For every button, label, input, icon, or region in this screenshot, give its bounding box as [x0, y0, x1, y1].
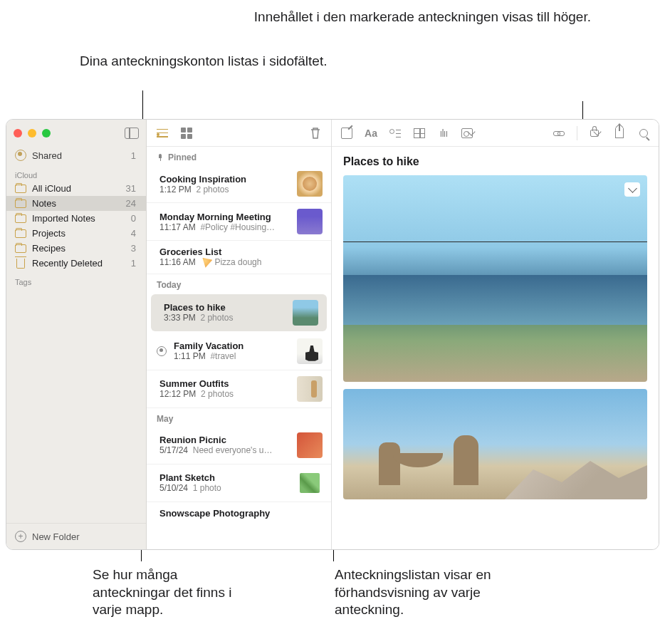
search-icon	[639, 129, 648, 137]
folder-count: 24	[126, 198, 136, 209]
note-row[interactable]: Reunion Picnic 5/17/24 Need everyone's u…	[147, 427, 331, 464]
note-thumbnail	[297, 432, 323, 458]
minimize-button[interactable]	[28, 129, 36, 137]
note-row[interactable]: Plant Sketch 5/10/24 1 photo	[147, 464, 331, 502]
traffic-lights	[14, 129, 51, 137]
share-icon	[615, 128, 624, 138]
callout-detail: Innehållet i den markerade anteckningen …	[254, 9, 591, 26]
sidebar-shared[interactable]: Shared 1	[6, 147, 146, 164]
folder-notes[interactable]: Notes 24	[6, 196, 146, 211]
format-button[interactable]: Aa	[365, 127, 377, 140]
note-detail-pane: Aa ılıı Places to hike	[332, 120, 659, 549]
grid-view-button[interactable]	[179, 126, 194, 140]
note-row[interactable]: Cooking Inspiration 1:12 PM 2 photos	[147, 165, 331, 203]
shared-count: 1	[131, 150, 136, 161]
group-may: May	[147, 408, 331, 427]
note-row[interactable]: Places to hike 3:33 PM 2 photos	[151, 294, 327, 331]
section-tags: Tags	[6, 271, 146, 288]
new-folder-button[interactable]: + New Folder	[6, 523, 146, 549]
media-button[interactable]	[461, 127, 474, 140]
grid-icon	[181, 128, 192, 139]
folder-name: Projects	[32, 228, 66, 239]
list-icon	[157, 129, 168, 137]
folder-count: 0	[131, 213, 136, 224]
search-button[interactable]	[637, 127, 650, 140]
folder-all-icloud[interactable]: All iCloud 31	[6, 181, 146, 196]
detail-toolbar: Aa ılıı	[332, 120, 659, 147]
note-body[interactable]: Places to hike	[332, 147, 659, 549]
note-row[interactable]: Snowscape Photography	[147, 502, 331, 524]
window-titlebar	[6, 120, 146, 147]
folder-name: Notes	[32, 198, 56, 209]
note-meta: 5/10/24 1 photo	[159, 483, 290, 493]
shared-label: Shared	[32, 150, 62, 161]
note-meta: 3:33 PM 2 photos	[164, 313, 286, 323]
link-button[interactable]	[553, 127, 565, 140]
note-detail-title: Places to hike	[343, 155, 647, 168]
folder-name: Recipes	[32, 243, 66, 254]
note-title: Family Vacation	[174, 341, 290, 351]
folder-name: Imported Notes	[32, 213, 95, 224]
sidebar-toggle-icon[interactable]	[125, 128, 139, 139]
note-row[interactable]: Groceries List 11:16 AM Pizza dough	[147, 241, 331, 274]
folder-icon	[15, 244, 26, 253]
folder-count: 1	[131, 258, 136, 269]
trash-icon	[310, 127, 321, 140]
image-menu-button[interactable]	[624, 182, 640, 197]
note-image-1[interactable]	[343, 175, 647, 382]
image-decor	[505, 457, 647, 499]
folder-icon	[15, 185, 26, 193]
note-row[interactable]: Summer Outfits 12:12 PM 2 photos	[147, 370, 331, 408]
table-button[interactable]	[413, 127, 426, 140]
note-row[interactable]: Monday Morning Meeting 11:17 AM #Policy …	[147, 203, 331, 241]
note-image-2[interactable]	[343, 389, 647, 499]
note-meta: 1:12 PM 2 photos	[159, 185, 290, 194]
note-title: Summer Outfits	[159, 378, 290, 389]
new-folder-label: New Folder	[32, 531, 79, 542]
plus-icon: +	[15, 531, 26, 542]
folder-imported[interactable]: Imported Notes 0	[6, 211, 146, 226]
folder-recipes[interactable]: Recipes 3	[6, 241, 146, 256]
note-title: Places to hike	[164, 302, 286, 313]
audio-button[interactable]: ılıı	[437, 127, 450, 140]
note-title: Monday Morning Meeting	[159, 212, 290, 222]
callout-sidebar: Dina anteckningskonton listas i sidofält…	[80, 53, 327, 71]
lock-button[interactable]	[589, 127, 602, 140]
callout-counts: Se hur många anteckningar det finns i va…	[93, 566, 256, 619]
notes-scroll[interactable]: Pinned Cooking Inspiration 1:12 PM 2 pho…	[147, 147, 331, 549]
note-title: Reunion Picnic	[159, 435, 290, 445]
note-title: Snowscape Photography	[159, 508, 323, 519]
sidebar: Shared 1 iCloud All iCloud 31 Notes 24 I…	[6, 120, 147, 549]
shared-icon	[15, 150, 26, 161]
compose-button[interactable]	[340, 127, 353, 140]
note-thumbnail	[297, 470, 323, 496]
note-thumbnail	[297, 338, 323, 364]
folder-name: Recently Deleted	[32, 258, 103, 269]
trash-icon	[16, 259, 25, 269]
delete-button[interactable]	[308, 126, 323, 140]
note-thumbnail	[297, 171, 323, 197]
group-label: May	[157, 414, 173, 424]
folder-recently-deleted[interactable]: Recently Deleted 1	[6, 256, 146, 271]
list-view-button[interactable]	[155, 126, 169, 140]
pin-icon	[157, 154, 164, 161]
zoom-button[interactable]	[42, 129, 51, 137]
folder-icon	[15, 229, 26, 238]
note-thumbnail	[297, 376, 323, 402]
checklist-icon	[389, 128, 401, 138]
note-row[interactable]: Family Vacation 1:11 PM #travel	[147, 333, 331, 370]
folder-projects[interactable]: Projects 4	[6, 226, 146, 241]
image-decor	[343, 275, 647, 325]
shared-icon	[157, 346, 167, 356]
folder-count: 3	[131, 243, 136, 254]
note-list-pane: Pinned Cooking Inspiration 1:12 PM 2 pho…	[147, 120, 332, 549]
folder-icon	[15, 199, 26, 208]
checklist-button[interactable]	[389, 127, 402, 140]
folder-count: 4	[131, 228, 136, 239]
note-meta: 11:17 AM #Policy #Housing…	[159, 222, 290, 232]
pizza-icon	[202, 258, 212, 268]
note-thumbnail	[293, 300, 318, 326]
group-label: Today	[157, 280, 181, 290]
close-button[interactable]	[14, 129, 22, 137]
share-button[interactable]	[613, 127, 626, 140]
